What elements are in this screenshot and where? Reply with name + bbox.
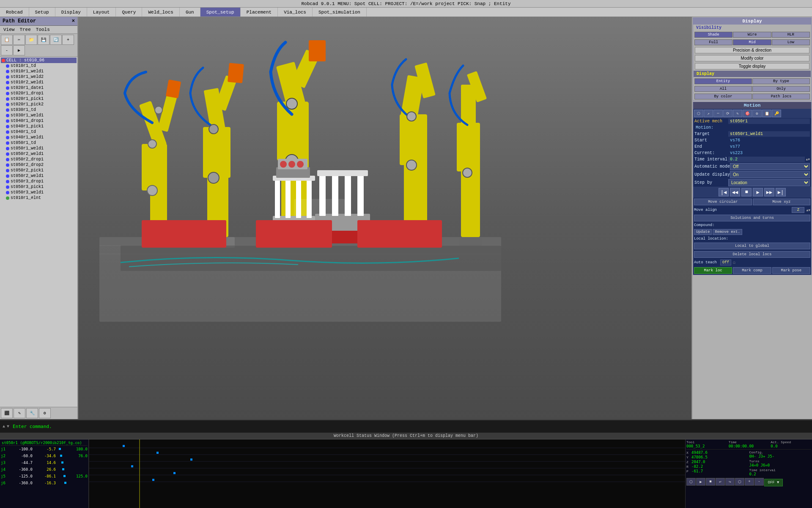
toolbar-btn-7[interactable]: - xyxy=(1,45,13,55)
playback-prev[interactable]: ◀◀ xyxy=(730,188,740,196)
modify-color-btn[interactable]: Modify color xyxy=(695,55,809,61)
motion-icon-4[interactable]: ⟳ xyxy=(723,110,732,117)
tree-item-4[interactable]: st010r2_weld1 xyxy=(1,80,77,85)
motion-icon-7[interactable]: ⚙ xyxy=(752,110,762,117)
tree-item-19[interactable]: st050r2_drop2 xyxy=(1,162,77,168)
menu-query[interactable]: Query xyxy=(116,8,142,17)
toolbar-btn-2[interactable]: ✂ xyxy=(13,35,25,45)
step-by-select[interactable]: LocationTime xyxy=(728,179,810,186)
vis-shade[interactable]: Shade xyxy=(694,32,732,38)
display-by-type[interactable]: By type xyxy=(752,78,810,84)
solutions-btn[interactable]: Solutions and turns xyxy=(694,215,810,221)
local-to-global-btn[interactable]: Local to global xyxy=(694,243,810,249)
tree-item-10[interactable]: st030r1_weld1 xyxy=(1,113,77,118)
menu-gun[interactable]: Gun xyxy=(180,8,200,17)
menu-robcad[interactable]: Robcad xyxy=(0,8,29,17)
console-arrow-up[interactable]: ▲ xyxy=(3,424,5,429)
toggle-display-btn[interactable]: Toggle display xyxy=(695,63,809,69)
tree-item-9[interactable]: st030r1_td xyxy=(1,107,77,113)
menu-placement[interactable]: Placement xyxy=(241,8,278,17)
display-by-color[interactable]: By color xyxy=(694,94,752,99)
update-display-select[interactable]: OnOff xyxy=(730,171,810,178)
automatic-mode-select[interactable]: OffOn xyxy=(730,163,810,170)
tree-item-18[interactable]: st050r2_drop1 xyxy=(1,157,77,162)
bottom-btn-1[interactable]: ⬛ xyxy=(1,408,13,418)
tree-item-11[interactable]: st040r1_drop1 xyxy=(1,118,77,124)
bottom-btn-2[interactable]: ✎ xyxy=(14,408,25,418)
mini-off-btn[interactable]: OFF ▼ xyxy=(764,479,783,486)
toolbar-btn-5[interactable]: 🔄 xyxy=(50,35,62,45)
move-xyz-btn[interactable]: Move xyz xyxy=(753,199,811,205)
vis-low[interactable]: Low xyxy=(772,39,810,45)
timeline-main[interactable] xyxy=(89,439,685,508)
tree-item-14[interactable]: st040r1_weld1 xyxy=(1,135,77,140)
tree-item-25[interactable]: st010r1_#lnt xyxy=(1,195,77,201)
mark-pose-btn[interactable]: Mark pose xyxy=(772,267,810,274)
mini-btn-1[interactable]: ⬡ xyxy=(686,478,696,486)
mini-btn-7[interactable]: + xyxy=(745,478,754,486)
center-viewport[interactable] xyxy=(78,17,691,419)
mini-btn-4[interactable]: ↩ xyxy=(716,478,725,486)
menu-setup[interactable]: Setup xyxy=(29,8,55,17)
vis-wire[interactable]: Wire xyxy=(733,32,771,38)
bottom-btn-4[interactable]: ⚙ xyxy=(39,408,51,418)
display-entity[interactable]: Entity xyxy=(694,78,752,84)
menu-tools[interactable]: Tools xyxy=(33,27,52,33)
menu-weld-locs[interactable]: Weld_locs xyxy=(142,8,179,17)
tree-item-23[interactable]: st050r3_pick1 xyxy=(1,184,77,190)
delete-local-locs-btn[interactable]: Delete local locs xyxy=(694,251,810,258)
playback-to-start[interactable]: |◀ xyxy=(719,188,729,196)
update-btn[interactable]: Update xyxy=(694,229,712,235)
mini-btn-2[interactable]: ▶ xyxy=(696,478,705,486)
motion-icon-1[interactable]: ⬡ xyxy=(694,110,703,117)
menu-spot-simulation[interactable]: Spot_simulation xyxy=(313,8,367,17)
motion-icon-6[interactable]: 🎯 xyxy=(743,110,752,117)
tree-item-6[interactable]: st020r1_drop1 xyxy=(1,91,77,96)
menu-tree[interactable]: Tree xyxy=(17,27,33,33)
tree-item-20[interactable]: st050r2_pick1 xyxy=(1,168,77,173)
menu-view[interactable]: View xyxy=(1,27,17,33)
motion-icon-2[interactable]: ↗ xyxy=(704,110,713,117)
mini-btn-3[interactable]: ■ xyxy=(706,478,715,486)
display-all[interactable]: All xyxy=(694,86,752,92)
playback-stop[interactable]: ■ xyxy=(741,188,752,196)
tree-item-7[interactable]: st020r1_pick1 xyxy=(1,96,77,102)
mark-comp-btn[interactable]: Mark comp xyxy=(733,267,771,274)
tree-item-15[interactable]: st050r1_td xyxy=(1,140,77,146)
precision-direction-btn[interactable]: Precision & direction xyxy=(695,47,809,53)
path-editor-close[interactable]: × xyxy=(72,18,75,24)
display-only[interactable]: Only xyxy=(752,86,810,92)
motion-icon-9[interactable]: 🔑 xyxy=(772,110,781,117)
remove-ext-btn[interactable]: Remove ext. xyxy=(713,229,742,235)
playback-play[interactable]: ▶ xyxy=(753,188,763,196)
mini-btn-8[interactable]: - xyxy=(754,478,764,486)
tree-item-5[interactable]: st020r1_date1 xyxy=(1,85,77,91)
bottom-btn-3[interactable]: 🔧 xyxy=(26,408,38,418)
display-path-locs[interactable]: Path locs xyxy=(752,94,810,99)
menu-spot-setup[interactable]: Spot_setup xyxy=(200,8,241,17)
motion-icon-8[interactable]: 📋 xyxy=(762,110,771,117)
mini-btn-5[interactable]: ↪ xyxy=(725,478,735,486)
menu-display[interactable]: Display xyxy=(55,8,87,17)
move-circular-btn[interactable]: Move circular xyxy=(694,199,752,205)
tree-item-16[interactable]: st050r1_weld1 xyxy=(1,146,77,151)
tree-item-1[interactable]: st010r1_td xyxy=(1,63,77,69)
toolbar-btn-3[interactable]: 📁 xyxy=(25,35,37,45)
playback-to-end[interactable]: ▶| xyxy=(776,188,786,196)
toolbar-btn-6[interactable]: + xyxy=(62,35,74,45)
menu-layout[interactable]: Layout xyxy=(87,8,116,17)
tree-item-22[interactable]: st050r3_drop1 xyxy=(1,179,77,184)
tree-item-21[interactable]: st050r2_weld1 xyxy=(1,173,77,179)
tree-item-13[interactable]: st040r1_td xyxy=(1,129,77,135)
tree-item-8[interactable]: st020r1_pick2 xyxy=(1,102,77,107)
console-arrow-down[interactable]: ▼ xyxy=(7,424,9,429)
toolbar-btn-8[interactable]: ▶ xyxy=(13,45,25,55)
tree-item-3[interactable]: st010r1_weld2 xyxy=(1,74,77,80)
tree-item-0[interactable]: CELL : st010_06 xyxy=(1,58,77,63)
tree-item-24[interactable]: st050r3_weld1 xyxy=(1,190,77,195)
tree-item-17[interactable]: st050r2_weld1 xyxy=(1,151,77,157)
mark-loc-btn[interactable]: Mark loc xyxy=(694,267,732,274)
toolbar-btn-4[interactable]: 💾 xyxy=(38,35,49,45)
vis-hlr[interactable]: HLR xyxy=(772,32,810,38)
playback-next[interactable]: ▶▶ xyxy=(764,188,774,196)
